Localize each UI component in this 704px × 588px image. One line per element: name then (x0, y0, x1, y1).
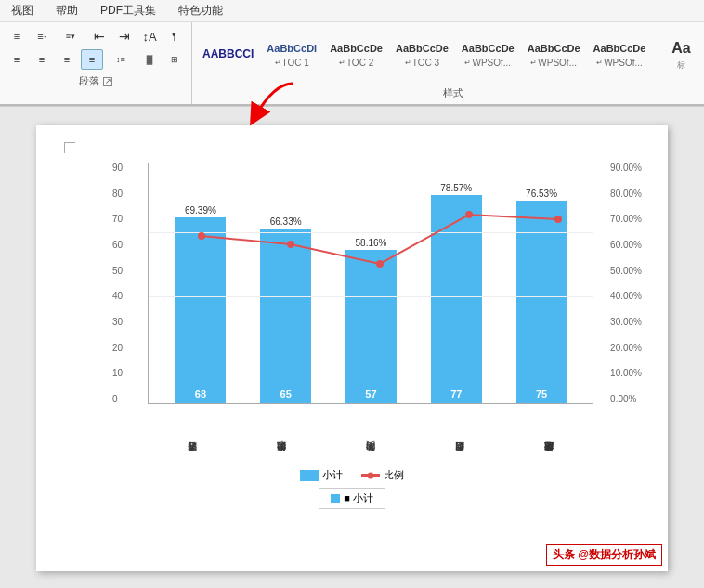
style-preview-1: AABBCCI (202, 47, 254, 60)
ribbon: ≡ ≡· ≡▾ ⇤ ⇥ ↕A ¶ ≡ ≡ ≡ ≡ ↕≡ ▓ ⊞ 段落 ↗ (0, 22, 704, 106)
styles-section: AABBCCI AaBbCcDi ↵TOC 1 AaBbCcDe ↵TOC 2 … (192, 22, 704, 104)
style-wps1[interactable]: AaBbCcDe ↵WPSOf... (457, 28, 519, 84)
ribbon-row-1: ≡ ≡· ≡▾ ⇤ ⇥ ↕A ¶ (6, 26, 186, 46)
style-preview-4: AaBbCcDe (396, 43, 449, 55)
legend-note-area: ■ 小计 (111, 488, 593, 509)
x-label-4: 创造力的启发 (453, 408, 466, 459)
x-label-2: 识字能力的提升 (275, 408, 288, 459)
bar-2[interactable]: 65 (260, 229, 311, 403)
style-preview-2: AaBbCcDi (267, 43, 317, 55)
paragraph-section-label: 段落 ↗ (6, 74, 186, 88)
menu-help[interactable]: 帮助 (52, 1, 82, 20)
menu-special[interactable]: 特色功能 (175, 1, 227, 20)
format-btn[interactable]: ¶ (163, 26, 186, 46)
bar-3[interactable]: 57 (345, 250, 397, 403)
bar-5[interactable]: 75 (516, 201, 567, 403)
indent-right[interactable]: ⇥ (113, 26, 136, 46)
style-preview-6: AaBbCcDe (528, 43, 580, 55)
bar-group-4: 78.57% 77 (431, 183, 482, 403)
x-label-1: 语言的通养 (186, 408, 199, 459)
legend-bar-color (300, 470, 319, 481)
legend-line-dot (368, 472, 374, 478)
style-preview-7: AaBbCcDe (593, 43, 646, 55)
list-btn-2[interactable]: ≡· (31, 26, 53, 46)
menu-view[interactable]: 视图 (7, 1, 37, 20)
style-name-6: ↵WPSOf... (530, 58, 577, 68)
indent-left[interactable]: ⇤ (88, 26, 111, 46)
grid-40 (149, 296, 593, 297)
style-wps3[interactable]: AaBbCcDe ↵WPSOf... (589, 28, 651, 84)
x-label-3: 美学的陶冶 (364, 408, 377, 459)
style-name-5: ↵WPSOf... (464, 58, 511, 68)
bar-1[interactable]: 68 (175, 217, 226, 403)
doc-area: 0 10 20 30 40 50 60 70 80 90 (0, 107, 704, 588)
styles-section-label: 样式 (198, 86, 704, 100)
styles-label-text: 样式 (443, 86, 463, 100)
legend-line-label: 比例 (384, 468, 404, 482)
bar-pct-3: 58.16% (356, 238, 387, 248)
bar-4[interactable]: 77 (431, 195, 482, 403)
style-preview-5: AaBbCcDe (462, 43, 515, 55)
page-corner (64, 142, 75, 153)
legend-note-label: ■ 小计 (344, 491, 373, 505)
watermark: 头条 @数据分析孙斌 (546, 544, 662, 566)
ribbon-row-2: ≡ ≡ ≡ ≡ ↕≡ ▓ ⊞ (6, 49, 186, 70)
sort-btn[interactable]: ↕A (138, 26, 161, 46)
legend-bar: 小计 (300, 468, 343, 482)
align-justify[interactable]: ≡ (81, 49, 103, 70)
bar-group-2: 66.33% 65 (260, 216, 311, 403)
grid-90 (149, 163, 593, 163)
style-name-8: 标 (677, 59, 685, 72)
line-spacing[interactable]: ↕≡ (106, 49, 136, 70)
chart-container: 0 10 20 30 40 50 60 70 80 90 (111, 163, 593, 509)
align-left[interactable]: ≡ (6, 49, 28, 70)
bar-pct-2: 66.33% (270, 216, 302, 227)
align-right[interactable]: ≡ (56, 49, 78, 70)
list-btn-1[interactable]: ≡ (6, 26, 28, 46)
style-more[interactable]: Aa 标 (654, 28, 704, 84)
bar-group-1: 69.39% 68 (175, 205, 226, 403)
paragraph-section: ≡ ≡· ≡▾ ⇤ ⇥ ↕A ¶ ≡ ≡ ≡ ≡ ↕≡ ▓ ⊞ 段落 ↗ (0, 22, 192, 104)
legend-note-box: ■ 小计 (319, 488, 385, 509)
paragraph-expand-icon[interactable]: ↗ (103, 77, 112, 86)
x-axis-labels: 语言的通养 识字能力的提升 美学的陶冶 创造力的启发 生活能力与态度的培养 (148, 408, 593, 459)
chart-inner: 0 10 20 30 40 50 60 70 80 90 (148, 163, 593, 404)
menu-pdf[interactable]: PDF工具集 (97, 1, 160, 20)
align-center[interactable]: ≡ (31, 49, 53, 70)
style-heading1[interactable]: AABBCCI (198, 28, 258, 84)
x-label-5: 生活能力与态度的培养 (542, 408, 555, 459)
doc-page: 0 10 20 30 40 50 60 70 80 90 (36, 125, 668, 571)
grid-70 (149, 232, 593, 233)
bars-container: 69.39% 68 66.33% 65 58.16% 57 (149, 163, 593, 403)
menu-bar: 视图 帮助 PDF工具集 特色功能 (0, 0, 704, 22)
style-toc2[interactable]: AaBbCcDe ↵TOC 2 (325, 28, 387, 84)
styles-row: AABBCCI AaBbCcDi ↵TOC 1 AaBbCcDe ↵TOC 2 … (198, 26, 704, 85)
style-heading2[interactable]: AaBbCcDi ↵TOC 1 (262, 28, 321, 84)
legend-bar-label: 小计 (322, 468, 343, 482)
style-preview-8: Aa (671, 39, 690, 57)
toolbar-container: 视图 帮助 PDF工具集 特色功能 ≡ ≡· ≡▾ ⇤ ⇥ ↕A ¶ ≡ ≡ ≡… (0, 0, 704, 107)
y-axis-right: 0.00% 10.00% 20.00% 30.00% 40.00% 50.00%… (610, 163, 642, 404)
style-name-4: ↵TOC 3 (405, 58, 439, 68)
legend-line-color (361, 474, 380, 477)
y-axis-left: 0 10 20 30 40 50 60 70 80 90 (112, 163, 123, 404)
bar-group-3: 58.16% 57 (345, 238, 397, 403)
shading-btn[interactable]: ▓ (138, 49, 161, 70)
chart-area: 69.39% 68 66.33% 65 58.16% 57 (148, 163, 593, 404)
style-name-3: ↵TOC 2 (339, 58, 373, 68)
style-preview-3: AaBbCcDe (330, 43, 383, 55)
list-btn-3[interactable]: ≡▾ (56, 26, 85, 46)
bar-pct-5: 76.53% (526, 189, 557, 199)
legend-line: 比例 (361, 468, 404, 482)
style-name-2: ↵TOC 1 (275, 58, 309, 68)
border-btn[interactable]: ⊞ (163, 49, 186, 70)
style-name-7: ↵WPSOf... (596, 58, 643, 68)
style-wps2[interactable]: AaBbCcDe ↵WPSOf... (523, 28, 585, 84)
bar-pct-4: 78.57% (440, 183, 472, 193)
legend-note-color (331, 494, 340, 503)
chart-legend: 小计 比例 (111, 468, 593, 482)
bar-pct-1: 69.39% (185, 205, 216, 216)
style-toc3[interactable]: AaBbCcDe ↵TOC 3 (391, 28, 453, 84)
